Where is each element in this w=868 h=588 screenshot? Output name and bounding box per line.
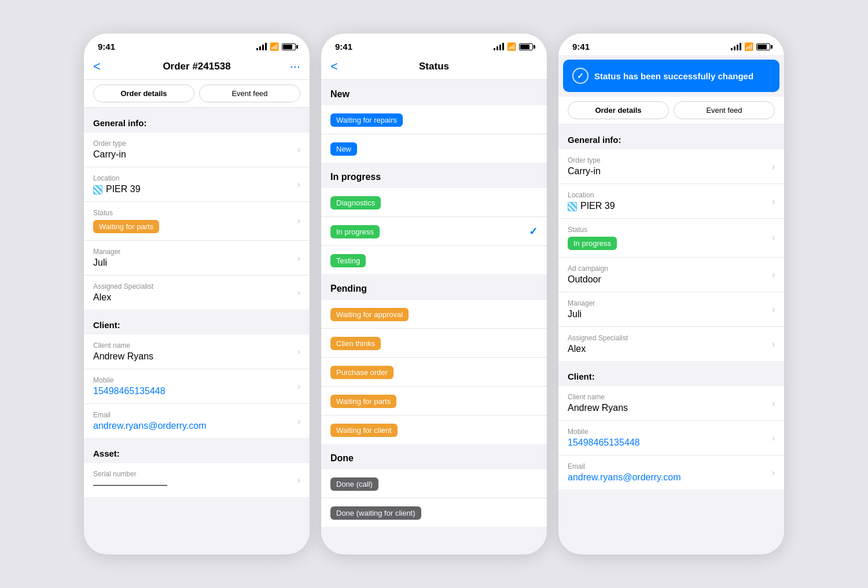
- chevron-icon: ›: [772, 433, 775, 443]
- field-label: Email: [93, 411, 297, 419]
- list-item[interactable]: Assigned Specialist Alex ›: [558, 327, 784, 361]
- general-info-card-1: Order type Carry-in › Location PIER 39 ›…: [84, 133, 310, 310]
- phone-content-2: New Waiting for repairs New In progress …: [321, 80, 547, 554]
- status-list-item[interactable]: Diagnostics: [321, 188, 547, 217]
- client-card-3: Client name Andrew Ryans › Mobile 154984…: [558, 386, 784, 490]
- success-banner: ✓ Status has been successfully changed: [563, 60, 779, 92]
- field-label: Client name: [568, 393, 772, 401]
- field-value: Juli: [93, 258, 297, 268]
- status-list-item[interactable]: Purchase order: [321, 358, 547, 387]
- action-button-1[interactable]: ···: [290, 59, 300, 74]
- status-bar-1: 9:41 📶: [84, 34, 310, 55]
- field-value: Andrew Ryans: [93, 351, 297, 362]
- status-group-card: Diagnostics In progress ✓ Testing: [321, 188, 547, 274]
- list-item[interactable]: Mobile 15498465135448 ›: [558, 421, 784, 455]
- status-icons-1: 📶: [256, 42, 296, 51]
- field-label: Assigned Specialist: [568, 334, 772, 342]
- status-badge: New: [330, 142, 357, 156]
- general-info-card-3: Order type Carry-in › Location PIER 39 ›…: [558, 149, 784, 361]
- status-bar-3: 9:41 📶: [558, 34, 784, 55]
- field-label: Mobile: [93, 376, 297, 384]
- status-group-card: Waiting for repairs New: [321, 105, 547, 163]
- time-1: 9:41: [98, 42, 115, 52]
- list-item[interactable]: Location PIER 39 ›: [558, 184, 784, 219]
- list-item[interactable]: Order type Carry-in ›: [84, 133, 310, 167]
- status-list-item[interactable]: Clien thinks: [321, 329, 547, 358]
- status-list-item[interactable]: Waiting for parts: [321, 387, 547, 416]
- list-item[interactable]: Status In progress ›: [558, 219, 784, 258]
- wifi-icon: 📶: [270, 42, 279, 51]
- chevron-icon: ›: [772, 339, 775, 350]
- field-value: Waiting for parts: [93, 219, 297, 233]
- email-value: andrew.ryans@orderry.com: [568, 472, 772, 483]
- list-item[interactable]: Assigned Specialist Alex ›: [84, 275, 310, 310]
- section-asset-header-1: Asset:: [84, 438, 310, 463]
- list-item[interactable]: Mobile 15498465135448 ›: [84, 369, 310, 404]
- status-list-item[interactable]: Done (call): [321, 469, 547, 498]
- section-client-header-1: Client:: [84, 310, 310, 335]
- status-list-item[interactable]: Waiting for client: [321, 416, 547, 444]
- status-list-item[interactable]: New: [321, 134, 547, 163]
- chevron-icon: ›: [772, 270, 775, 280]
- chevron-icon: ›: [297, 475, 300, 486]
- location-icon: [93, 185, 102, 194]
- list-item[interactable]: Serial number ———————— ›: [84, 463, 310, 497]
- location-icon: [568, 202, 577, 211]
- phone-2: 9:41 📶 < Status New Waiting for repairs …: [321, 34, 547, 554]
- back-button-2[interactable]: <: [330, 59, 338, 74]
- time-2: 9:41: [335, 42, 352, 52]
- status-badge: Clien thinks: [330, 337, 381, 350]
- status-list-item[interactable]: Done (waiting for client): [321, 498, 547, 527]
- tab-order-details-1[interactable]: Order details: [93, 84, 194, 102]
- section-client-header-3: Client:: [558, 361, 784, 386]
- list-item[interactable]: Manager Juli ›: [558, 292, 784, 327]
- chevron-icon: ›: [297, 288, 300, 298]
- time-3: 9:41: [572, 42, 590, 52]
- wifi-icon: 📶: [507, 42, 516, 51]
- field-value: Andrew Ryans: [568, 403, 772, 413]
- status-list-item[interactable]: Waiting for approval: [321, 300, 547, 329]
- chevron-icon: ›: [297, 179, 300, 190]
- client-card-1: Client name Andrew Ryans › Mobile 154984…: [84, 335, 310, 438]
- phone-1: 9:41 📶 < Order #241538 ··· Order details…: [84, 34, 310, 554]
- phone-content-3: General info: Order type Carry-in › Loca…: [558, 124, 784, 554]
- success-check-icon: ✓: [572, 68, 589, 84]
- status-badge: Diagnostics: [330, 196, 381, 210]
- field-value: ————————: [93, 480, 297, 490]
- tab-bar-3: Order details Event feed: [558, 97, 784, 124]
- back-button-1[interactable]: <: [93, 59, 101, 74]
- tab-event-feed-3[interactable]: Event feed: [674, 101, 775, 119]
- list-item[interactable]: Location PIER 39 ›: [84, 167, 310, 202]
- status-icons-3: 📶: [731, 42, 770, 51]
- tab-order-details-3[interactable]: Order details: [568, 101, 669, 119]
- list-item[interactable]: Order type Carry-in ›: [558, 149, 784, 184]
- list-item[interactable]: Status Waiting for parts ›: [84, 202, 310, 241]
- chevron-icon: ›: [772, 196, 775, 207]
- field-value: PIER 39: [93, 184, 297, 194]
- list-item[interactable]: Ad campaign Outdoor ›: [558, 258, 784, 292]
- field-value: PIER 39: [568, 201, 772, 211]
- list-item[interactable]: Manager Juli ›: [84, 241, 310, 275]
- list-item[interactable]: Client name Andrew Ryans ›: [84, 335, 310, 369]
- list-item[interactable]: Client name Andrew Ryans ›: [558, 386, 784, 421]
- chevron-icon: ›: [297, 347, 300, 357]
- status-group-card: Done (call) Done (waiting for client): [321, 469, 547, 527]
- checkmark-icon: ✓: [529, 225, 538, 238]
- chevron-icon: ›: [772, 161, 775, 172]
- status-bar-2: 9:41 📶: [321, 34, 547, 55]
- status-list-item[interactable]: Testing: [321, 246, 547, 274]
- field-label: Client name: [93, 341, 297, 350]
- chevron-icon: ›: [297, 253, 300, 263]
- status-badge: Waiting for approval: [330, 308, 409, 321]
- tab-event-feed-1[interactable]: Event feed: [199, 84, 300, 102]
- nav-header-2: < Status: [321, 55, 547, 80]
- list-item[interactable]: Email andrew.ryans@orderry.com ›: [84, 404, 310, 438]
- chevron-icon: ›: [772, 468, 775, 478]
- status-list-item[interactable]: In progress ✓: [321, 217, 547, 246]
- status-list-item[interactable]: Waiting for repairs: [321, 105, 547, 134]
- field-value: Carry-in: [568, 166, 772, 177]
- list-item[interactable]: Email andrew.ryans@orderry.com ›: [558, 455, 784, 490]
- chevron-icon: ›: [297, 416, 300, 427]
- field-value: Alex: [568, 344, 772, 354]
- chevron-icon: ›: [297, 381, 300, 392]
